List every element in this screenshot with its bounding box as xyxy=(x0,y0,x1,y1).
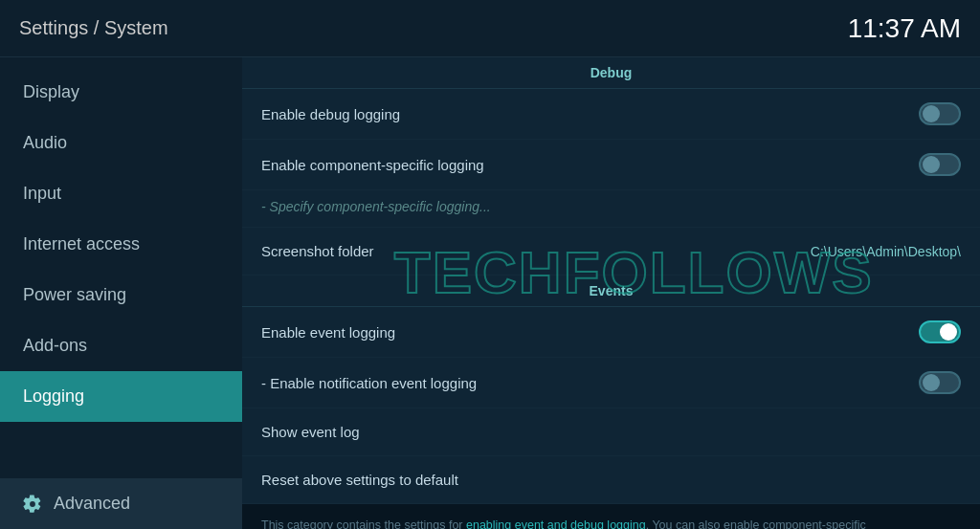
layout: Display Audio Input Internet access Powe… xyxy=(0,57,980,529)
desc-highlight-1: enabling event and debug logging xyxy=(466,518,646,529)
sidebar-item-label: Internet access xyxy=(23,234,140,254)
sidebar-item-advanced[interactable]: Advanced xyxy=(0,478,242,529)
reset-settings-row[interactable]: Reset above settings to default xyxy=(242,456,980,504)
sidebar-item-label: Power saving xyxy=(23,285,126,305)
sidebar-item-label: Logging xyxy=(23,386,84,407)
sidebar-item-audio[interactable]: Audio xyxy=(0,118,242,168)
main-content: Debug Enable debug logging Enable compon… xyxy=(242,57,980,529)
screenshot-folder-row[interactable]: Screenshot folder C:\Users\Admin\Desktop… xyxy=(242,228,980,276)
clock: 11:37 AM xyxy=(848,13,961,44)
enable-event-logging-row[interactable]: Enable event logging xyxy=(242,307,980,358)
enable-debug-logging-label: Enable debug logging xyxy=(261,106,400,122)
screenshot-folder-value: C:\Users\Admin\Desktop\ xyxy=(811,244,961,259)
sidebar-item-label: Audio xyxy=(23,133,67,153)
sidebar-item-label: Input xyxy=(23,184,61,204)
sidebar-item-label: Add-ons xyxy=(23,336,87,356)
advanced-label: Advanced xyxy=(54,494,130,514)
sidebar-item-logging[interactable]: Logging xyxy=(0,371,242,422)
enable-notification-event-logging-row[interactable]: - Enable notification event logging xyxy=(242,358,980,408)
enable-notification-event-logging-toggle[interactable] xyxy=(919,371,961,394)
screenshot-folder-label: Screenshot folder xyxy=(261,243,374,259)
sidebar: Display Audio Input Internet access Powe… xyxy=(0,57,242,529)
sidebar-item-add-ons[interactable]: Add-ons xyxy=(0,320,242,371)
specify-component-subtext: - Specify component-specific logging... xyxy=(261,199,491,214)
enable-component-logging-label: Enable component-specific logging xyxy=(261,157,484,173)
enable-debug-logging-toggle[interactable] xyxy=(919,102,961,125)
enable-event-logging-toggle[interactable] xyxy=(919,320,961,343)
events-section-header: Events xyxy=(242,276,980,307)
enable-component-logging-row[interactable]: Enable component-specific logging xyxy=(242,140,980,190)
enable-component-logging-toggle[interactable] xyxy=(919,153,961,176)
show-event-log-label: Show event log xyxy=(261,424,360,440)
sidebar-item-label: Display xyxy=(23,82,79,102)
sidebar-item-power-saving[interactable]: Power saving xyxy=(0,270,242,320)
sidebar-item-internet-access[interactable]: Internet access xyxy=(0,219,242,270)
enable-debug-logging-row[interactable]: Enable debug logging xyxy=(242,89,980,140)
reset-settings-label: Reset above settings to default xyxy=(261,472,458,488)
desc-normal-1: This category contains the settings for xyxy=(261,518,466,529)
desc-normal-2: . You can also enable component-specific xyxy=(646,518,866,529)
bottom-description: This category contains the settings for … xyxy=(242,504,980,529)
show-event-log-row[interactable]: Show event log xyxy=(242,408,980,456)
sidebar-item-display[interactable]: Display xyxy=(0,67,242,118)
content-area: Debug Enable debug logging Enable compon… xyxy=(242,57,980,504)
enable-event-logging-label: Enable event logging xyxy=(261,324,395,341)
header: Settings / System 11:37 AM xyxy=(0,0,980,57)
enable-notification-event-logging-label: - Enable notification event logging xyxy=(261,375,477,391)
page-title: Settings / System xyxy=(19,17,168,39)
debug-section-header: Debug xyxy=(242,57,980,89)
gear-icon xyxy=(23,495,42,514)
specify-component-subtext-row: - Specify component-specific logging... xyxy=(242,190,980,228)
sidebar-item-input[interactable]: Input xyxy=(0,168,242,219)
